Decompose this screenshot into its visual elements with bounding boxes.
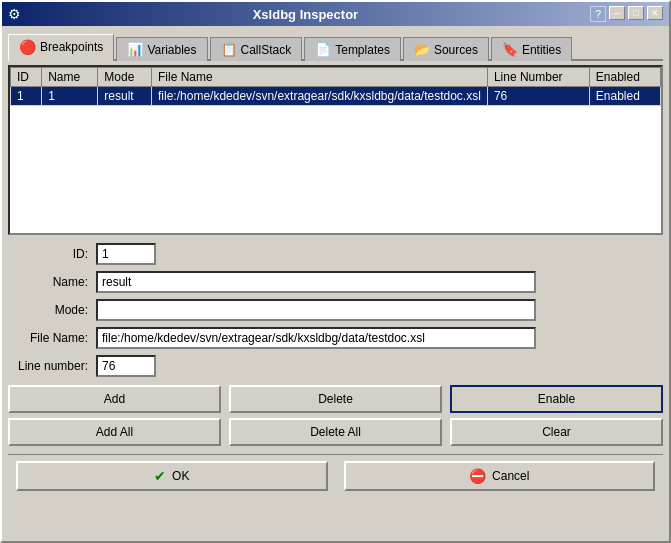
- id-row: ID:: [8, 243, 663, 265]
- tab-templates[interactable]: 📄 Templates: [304, 37, 401, 61]
- callstack-tab-icon: 📋: [221, 42, 237, 57]
- mode-label: Mode:: [8, 303, 88, 317]
- title-bar-buttons: ? ─ □ ✕: [590, 6, 663, 22]
- id-field[interactable]: [96, 243, 156, 265]
- action-buttons: Add Delete Enable Add All Delete All Cle…: [8, 385, 663, 446]
- cell-linenumber: 76: [487, 87, 589, 106]
- button-row-1: Add Delete Enable: [8, 385, 663, 413]
- col-header-id: ID: [11, 68, 42, 87]
- mode-field[interactable]: [96, 299, 536, 321]
- filename-label: File Name:: [8, 331, 88, 345]
- cancel-x-icon: ⛔: [469, 468, 486, 484]
- name-field[interactable]: [96, 271, 536, 293]
- cancel-button[interactable]: ⛔ Cancel: [344, 461, 656, 491]
- delete-all-button[interactable]: Delete All: [229, 418, 442, 446]
- col-header-enabled: Enabled: [589, 68, 660, 87]
- enable-button[interactable]: Enable: [450, 385, 663, 413]
- breakpoints-tab-icon: 🔴: [19, 39, 36, 55]
- col-header-name: Name: [42, 68, 98, 87]
- main-window: ⚙ Xsldbg Inspector ? ─ □ ✕ 🔴 Breakpoints…: [0, 0, 671, 543]
- tab-breakpoints[interactable]: 🔴 Breakpoints: [8, 34, 114, 61]
- cell-name: result: [98, 87, 152, 106]
- cell-enabled: Enabled: [589, 87, 660, 106]
- app-icon: ⚙: [8, 6, 21, 22]
- mode-row: Mode:: [8, 299, 663, 321]
- entities-tab-icon: 🔖: [502, 42, 518, 57]
- footer-bar: ✔ OK ⛔ Cancel: [8, 454, 663, 491]
- button-row-2: Add All Delete All Clear: [8, 418, 663, 446]
- linenumber-field[interactable]: [96, 355, 156, 377]
- add-all-button[interactable]: Add All: [8, 418, 221, 446]
- breakpoints-table: ID Name Mode File Name Line Number Enabl…: [10, 67, 661, 106]
- tab-sources[interactable]: 📂 Sources: [403, 37, 489, 61]
- table-header-row: ID Name Mode File Name Line Number Enabl…: [11, 68, 661, 87]
- ok-label: OK: [172, 469, 189, 483]
- detail-form: ID: Name: Mode: File Name: Line number:: [8, 243, 663, 377]
- tab-bar: 🔴 Breakpoints 📊 Variables 📋 CallStack 📄 …: [8, 32, 663, 61]
- minimize-button[interactable]: ─: [609, 6, 625, 20]
- help-button[interactable]: ?: [590, 6, 606, 22]
- tab-variables[interactable]: 📊 Variables: [116, 37, 207, 61]
- maximize-button[interactable]: □: [628, 6, 644, 20]
- filename-row: File Name:: [8, 327, 663, 349]
- delete-button[interactable]: Delete: [229, 385, 442, 413]
- name-label: Name:: [8, 275, 88, 289]
- title-bar-left: ⚙: [8, 6, 21, 22]
- close-button[interactable]: ✕: [647, 6, 663, 20]
- id-label: ID:: [8, 247, 88, 261]
- tab-entities[interactable]: 🔖 Entities: [491, 37, 572, 61]
- ok-button[interactable]: ✔ OK: [16, 461, 328, 491]
- name-row: Name:: [8, 271, 663, 293]
- linenumber-row: Line number:: [8, 355, 663, 377]
- col-header-filename: File Name: [152, 68, 488, 87]
- window-content: 🔴 Breakpoints 📊 Variables 📋 CallStack 📄 …: [2, 26, 669, 541]
- clear-button[interactable]: Clear: [450, 418, 663, 446]
- table-row[interactable]: 1 1 result file:/home/kdedev/svn/extrage…: [11, 87, 661, 106]
- variables-tab-icon: 📊: [127, 42, 143, 57]
- templates-tab-icon: 📄: [315, 42, 331, 57]
- cell-id: 1: [42, 87, 98, 106]
- ok-check-icon: ✔: [154, 468, 166, 484]
- col-header-mode: Mode: [98, 68, 152, 87]
- sources-tab-icon: 📂: [414, 42, 430, 57]
- tab-callstack[interactable]: 📋 CallStack: [210, 37, 303, 61]
- title-bar: ⚙ Xsldbg Inspector ? ─ □ ✕: [2, 2, 669, 26]
- cancel-label: Cancel: [492, 469, 529, 483]
- add-button[interactable]: Add: [8, 385, 221, 413]
- linenumber-label: Line number:: [8, 359, 88, 373]
- cell-row-num: 1: [11, 87, 42, 106]
- col-header-linenumber: Line Number: [487, 68, 589, 87]
- filename-field[interactable]: [96, 327, 536, 349]
- breakpoints-table-container: ID Name Mode File Name Line Number Enabl…: [8, 65, 663, 235]
- window-title: Xsldbg Inspector: [21, 7, 590, 22]
- cell-filename: file:/home/kdedev/svn/extragear/sdk/kxsl…: [152, 87, 488, 106]
